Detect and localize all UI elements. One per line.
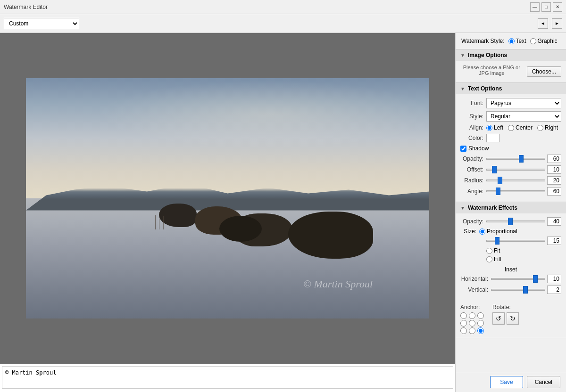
watermark-text-input[interactable]: © Martin Sproul	[2, 366, 453, 389]
watermark-effects-section: ▼ Watermark Effects Opacity:	[456, 202, 566, 338]
style-row: Style: Regular	[460, 111, 561, 122]
size-fit-label[interactable]: Fit	[486, 247, 500, 254]
anchor-ml[interactable]	[460, 320, 467, 327]
rotate-ccw-button[interactable]: ↺	[492, 312, 505, 325]
color-label: Color:	[460, 135, 486, 141]
inset-horizontal-slider[interactable]	[491, 278, 545, 280]
mountains	[26, 173, 429, 211]
watermark-style-header: Watermark Style: Text Graphic	[456, 33, 566, 49]
shadow-offset-row: Offset:	[460, 165, 561, 174]
align-right-label[interactable]: Right	[537, 124, 558, 131]
style-text-label: Text	[516, 38, 526, 44]
cancel-button[interactable]: Cancel	[527, 376, 560, 388]
text-options-header[interactable]: ▼ Text Options	[456, 83, 566, 94]
effects-opacity-value[interactable]	[547, 217, 561, 226]
shadow-offset-slider[interactable]	[486, 169, 545, 171]
choose-button[interactable]: Choose...	[527, 66, 561, 77]
size-proportional-label[interactable]: Proportional	[479, 228, 517, 235]
shadow-opacity-slider[interactable]	[486, 158, 545, 160]
shadow-radius-value[interactable]	[547, 176, 561, 185]
watermark-effects-title: Watermark Effects	[468, 204, 517, 211]
size-section: Size: Proportional	[460, 228, 561, 262]
size-proportional-radio[interactable]	[479, 229, 485, 235]
font-label: Font:	[460, 100, 486, 106]
align-center-radio[interactable]	[508, 125, 514, 131]
inset-vertical-value[interactable]	[547, 286, 561, 294]
align-center-text: Center	[516, 124, 533, 131]
color-swatch[interactable]	[486, 134, 499, 142]
watermark-effects-body: Opacity: Size: Proportional	[456, 213, 566, 300]
save-button[interactable]: Save	[490, 376, 523, 388]
watermark-style-row: Watermark Style: Text Graphic	[461, 38, 560, 44]
minimize-button[interactable]: —	[530, 2, 540, 12]
mountain-range	[26, 173, 429, 211]
text-options-title: Text Options	[468, 85, 502, 92]
size-slider[interactable]	[486, 240, 545, 242]
anchor-mc[interactable]	[469, 320, 475, 327]
reed-1	[155, 215, 156, 229]
size-slider-row	[460, 237, 561, 245]
style-text-radio[interactable]	[508, 38, 515, 44]
size-fill-radio[interactable]	[486, 256, 492, 262]
shadow-offset-label: Offset:	[460, 166, 486, 173]
close-button[interactable]: ✕	[553, 2, 562, 12]
font-select[interactable]: Papyrus	[486, 98, 561, 108]
size-slider-container	[486, 237, 545, 244]
align-center-label[interactable]: Center	[508, 124, 533, 131]
anchor-bl[interactable]	[460, 327, 467, 334]
panel-scroll[interactable]: ▼ Image Options Please choose a PNG or J…	[456, 49, 566, 372]
toolbar: Custom ◄ ►	[0, 14, 566, 33]
preset-select[interactable]: Custom	[4, 18, 79, 29]
shadow-checkbox-label[interactable]: Shadow	[460, 145, 489, 152]
style-graphic-radio[interactable]	[530, 38, 536, 44]
next-button[interactable]: ►	[552, 18, 562, 29]
shadow-opacity-value[interactable]	[547, 155, 561, 163]
image-options-header[interactable]: ▼ Image Options	[456, 49, 566, 61]
anchor-tl[interactable]	[460, 312, 467, 319]
color-row: Color:	[460, 134, 561, 142]
size-proportional-text: Proportional	[487, 228, 517, 235]
image-options-body: Please choose a PNG or JPG image Choose.…	[456, 61, 566, 82]
align-left-text: Left	[494, 124, 503, 131]
watermark-overlay-text: © Martin Sproul	[303, 278, 373, 290]
shadow-angle-slider[interactable]	[486, 190, 545, 192]
size-fit-row: Fit	[486, 247, 561, 254]
maximize-button[interactable]: □	[541, 2, 551, 12]
size-fill-row: Fill	[486, 256, 561, 262]
inset-horizontal-label: Horizontal:	[460, 276, 491, 282]
canvas-area: © Martin Sproul © Martin Sproul	[0, 33, 455, 392]
inset-vertical-row: Vertical:	[460, 286, 561, 294]
style-text-radio-label[interactable]: Text	[508, 38, 526, 44]
align-left-radio[interactable]	[486, 125, 492, 131]
shadow-radius-row: Radius:	[460, 176, 561, 185]
size-fit-text: Fit	[494, 247, 500, 254]
size-value[interactable]	[547, 237, 561, 245]
image-options-section: ▼ Image Options Please choose a PNG or J…	[456, 49, 566, 83]
anchor-bc[interactable]	[469, 327, 475, 334]
shadow-opacity-slider-container	[486, 155, 545, 162]
align-left-label[interactable]: Left	[486, 124, 503, 131]
shadow-offset-value[interactable]	[547, 165, 561, 174]
effects-opacity-slider[interactable]	[486, 220, 545, 222]
watermark-effects-header[interactable]: ▼ Watermark Effects	[456, 202, 566, 213]
prev-button[interactable]: ◄	[538, 18, 548, 29]
style-graphic-radio-label[interactable]: Graphic	[530, 38, 558, 44]
anchor-tc[interactable]	[469, 312, 475, 319]
rotate-cw-button[interactable]: ↻	[507, 312, 519, 325]
reed-3	[163, 216, 164, 229]
anchor-br[interactable]	[477, 327, 484, 334]
anchor-tr[interactable]	[477, 312, 484, 319]
inset-section: Inset Horizontal: Vertical:	[460, 266, 561, 294]
shadow-radius-slider[interactable]	[486, 180, 545, 181]
style-select[interactable]: Regular	[486, 111, 561, 122]
font-row: Font: Papyrus	[460, 98, 561, 108]
image-options-title: Image Options	[468, 52, 507, 58]
shadow-angle-value[interactable]	[547, 187, 561, 196]
anchor-mr[interactable]	[477, 320, 484, 327]
size-fit-radio[interactable]	[486, 248, 492, 254]
shadow-checkbox[interactable]	[460, 146, 466, 152]
inset-horizontal-value[interactable]	[547, 275, 561, 283]
align-right-radio[interactable]	[537, 125, 543, 131]
inset-vertical-slider[interactable]	[491, 289, 545, 291]
size-fill-label[interactable]: Fill	[486, 256, 501, 262]
